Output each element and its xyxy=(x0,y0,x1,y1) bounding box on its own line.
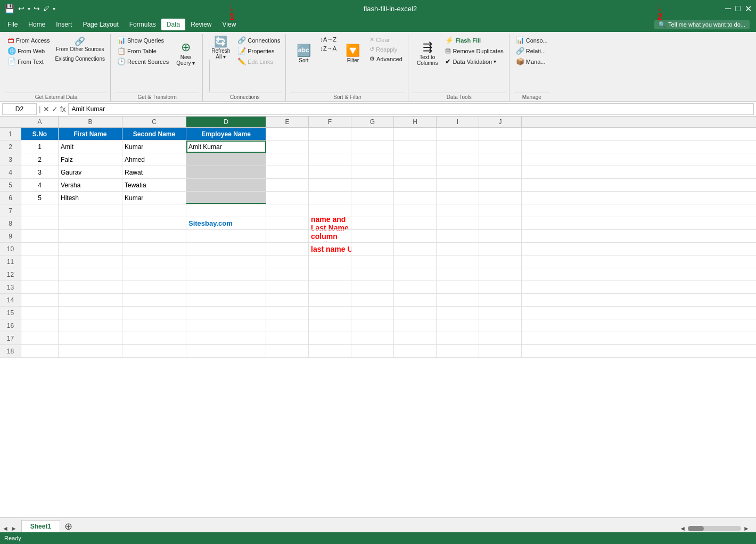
cell-c6[interactable]: Kumar xyxy=(122,192,186,204)
cell-c18[interactable] xyxy=(122,345,186,357)
cell-f1[interactable] xyxy=(309,128,351,140)
row-header-6[interactable]: 6 xyxy=(0,192,21,204)
menu-home[interactable]: Home xyxy=(23,19,51,30)
cell-j8[interactable] xyxy=(479,217,522,229)
cell-g18[interactable] xyxy=(351,345,394,357)
sheet-tab-sheet1[interactable]: Sheet1 xyxy=(21,520,60,532)
cell-g9[interactable] xyxy=(351,230,394,242)
cell-f5[interactable] xyxy=(309,179,351,191)
new-query-button[interactable]: ⊕ NewQuery ▾ xyxy=(172,35,199,71)
cell-i9[interactable] xyxy=(437,230,479,242)
cell-f17[interactable] xyxy=(309,332,351,344)
cell-h7[interactable] xyxy=(394,204,437,217)
cell-d9[interactable] xyxy=(186,230,266,242)
col-header-g[interactable]: G xyxy=(351,117,394,127)
cell-c13[interactable] xyxy=(122,281,186,293)
row-header-12[interactable]: 12 xyxy=(0,268,21,281)
cell-b7[interactable] xyxy=(59,204,122,217)
cell-h5[interactable] xyxy=(394,179,437,191)
col-header-b[interactable]: B xyxy=(59,117,122,127)
cell-e2[interactable] xyxy=(266,141,309,153)
cell-j5[interactable] xyxy=(479,179,522,191)
cell-b11[interactable] xyxy=(59,255,122,268)
cell-i6[interactable] xyxy=(437,192,479,204)
cell-i7[interactable] xyxy=(437,204,479,217)
cell-h17[interactable] xyxy=(394,332,437,344)
cell-b17[interactable] xyxy=(59,332,122,344)
cell-h13[interactable] xyxy=(394,281,437,293)
cell-e18[interactable] xyxy=(266,345,309,357)
cell-g3[interactable] xyxy=(351,153,394,166)
cell-b10[interactable] xyxy=(59,243,122,255)
cell-b5[interactable]: Versha xyxy=(59,179,122,191)
cell-i11[interactable] xyxy=(437,255,479,268)
sort-za-button[interactable]: ↕Z→A xyxy=(318,44,339,53)
row-header-8[interactable]: 8 xyxy=(0,217,21,229)
cell-a5[interactable]: 4 xyxy=(21,179,59,191)
customize-icon[interactable]: 🖊 xyxy=(43,5,50,12)
cell-d2[interactable]: Amit Kumar xyxy=(186,141,266,153)
row-header-3[interactable]: 3 xyxy=(0,153,21,166)
cell-g2[interactable] xyxy=(351,141,394,153)
cell-f10[interactable]: last name Use Flash Fill Command xyxy=(309,243,351,255)
cell-h18[interactable] xyxy=(394,345,437,357)
cell-f16[interactable] xyxy=(309,319,351,332)
cell-h8[interactable] xyxy=(394,217,437,229)
undo-dropdown-icon[interactable]: ▾ xyxy=(28,6,30,12)
col-header-i[interactable]: I xyxy=(437,117,479,127)
menu-review[interactable]: Review xyxy=(185,19,217,30)
cell-g13[interactable] xyxy=(351,281,394,293)
remove-duplicates-button[interactable]: ⊟ Remove Duplicates xyxy=(443,46,505,56)
data-validation-button[interactable]: ✔ Data Validation ▾ xyxy=(443,56,505,67)
row-header-2[interactable]: 2 xyxy=(0,141,21,153)
cell-a18[interactable] xyxy=(21,345,59,357)
sort-az-button[interactable]: ↕A→Z xyxy=(318,35,339,44)
row-header-4[interactable]: 4 xyxy=(0,166,21,178)
cell-j7[interactable] xyxy=(479,204,522,217)
cell-h12[interactable] xyxy=(394,268,437,281)
from-other-sources-button[interactable]: 🔗 From Other Sources xyxy=(53,35,107,54)
cell-e1[interactable] xyxy=(266,128,309,140)
cell-g11[interactable] xyxy=(351,255,394,268)
cell-d3[interactable] xyxy=(186,153,266,166)
cell-e6[interactable] xyxy=(266,192,309,204)
cell-a11[interactable] xyxy=(21,255,59,268)
cell-j1[interactable] xyxy=(479,128,522,140)
cell-g16[interactable] xyxy=(351,319,394,332)
cell-h15[interactable] xyxy=(394,307,437,319)
cell-h4[interactable] xyxy=(394,166,437,178)
cell-e9[interactable] xyxy=(266,230,309,242)
col-header-e[interactable]: E xyxy=(266,117,309,127)
cell-a4[interactable]: 3 xyxy=(21,166,59,178)
cell-b15[interactable] xyxy=(59,307,122,319)
row-header-18[interactable]: 18 xyxy=(0,345,21,357)
cell-b4[interactable]: Gaurav xyxy=(59,166,122,178)
flash-fill-button[interactable]: ⚡ Flash Fill xyxy=(443,35,505,45)
cell-j18[interactable] xyxy=(479,345,522,357)
cell-g15[interactable] xyxy=(351,307,394,319)
cell-h14[interactable] xyxy=(394,294,437,306)
cell-d6[interactable] xyxy=(186,192,266,204)
cell-h9[interactable] xyxy=(394,230,437,242)
cell-f9[interactable]: next sellect all column for first name a… xyxy=(309,230,351,242)
insert-function-icon[interactable]: fx xyxy=(60,105,66,113)
cell-d5[interactable] xyxy=(186,179,266,191)
cell-d15[interactable] xyxy=(186,307,266,319)
search-box[interactable]: 🔍 Tell me what you want to do... xyxy=(654,20,750,29)
cell-b13[interactable] xyxy=(59,281,122,293)
connections-button[interactable]: 🔗 Connections xyxy=(235,35,282,45)
cell-d13[interactable] xyxy=(186,281,266,293)
scrollbar[interactable] xyxy=(688,526,741,531)
cell-i18[interactable] xyxy=(437,345,479,357)
cell-a6[interactable]: 5 xyxy=(21,192,59,204)
manage-data-model-button[interactable]: 📦 Mana... xyxy=(514,56,550,67)
cell-g17[interactable] xyxy=(351,332,394,344)
cell-d12[interactable] xyxy=(186,268,266,281)
cell-e4[interactable] xyxy=(266,166,309,178)
cell-a17[interactable] xyxy=(21,332,59,344)
cell-e12[interactable] xyxy=(266,268,309,281)
show-queries-button[interactable]: 📊 Show Queries xyxy=(115,35,171,45)
menu-file[interactable]: File xyxy=(2,19,23,30)
col-header-c[interactable]: C xyxy=(122,117,186,127)
row-header-17[interactable]: 17 xyxy=(0,332,21,344)
